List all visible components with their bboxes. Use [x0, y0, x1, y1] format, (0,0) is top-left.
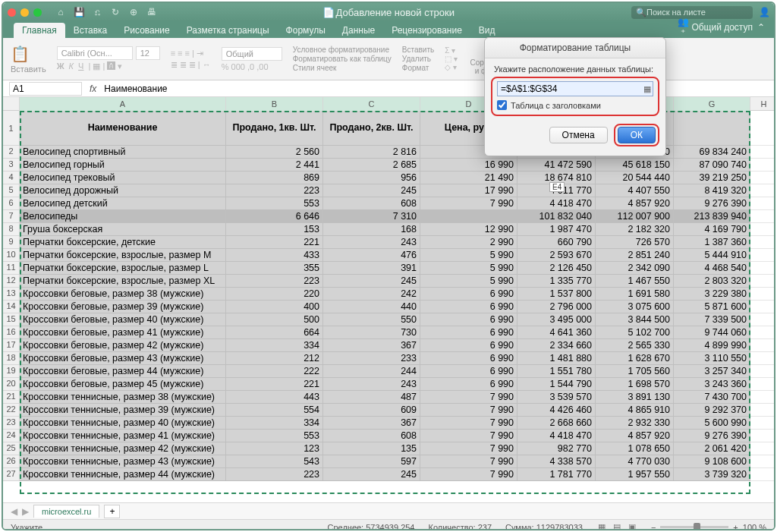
share-button[interactable]: 👥⁺Общий доступ⌃	[678, 17, 774, 38]
format-as-table-dialog: Форматирование таблицы Укажите расположе…	[484, 37, 666, 156]
status-mode: Укажите	[11, 523, 42, 531]
range-input[interactable]: =$A$1:$G$34▦	[497, 81, 653, 96]
zoom-slider[interactable]: −+100 %	[651, 523, 766, 531]
dialog-instruction: Укажите расположение данных таблицы:	[485, 58, 665, 77]
qat[interactable]: ⌂💾⎌↻⊕🖶	[55, 7, 157, 17]
numfmt-combo[interactable]: Общий	[222, 47, 282, 61]
font-combo[interactable]: Calibri (Осн...	[57, 46, 133, 60]
ribbon-tabs: Главная Вставка Рисование Разметка стран…	[3, 21, 774, 38]
cell-ref-tag: E4	[549, 182, 565, 192]
fx-icon[interactable]: fx	[90, 83, 96, 94]
cancel-button[interactable]: Отмена	[549, 127, 608, 143]
tab-formulas[interactable]: Формулы	[278, 23, 334, 38]
add-sheet-button[interactable]: +	[104, 505, 120, 518]
paste-group: 📋Вставить	[11, 45, 46, 74]
sheet-tabs: ◀▶ microexcel.ru +	[3, 502, 774, 519]
sheet-tab[interactable]: microexcel.ru	[33, 505, 99, 518]
headers-checkbox[interactable]: Таблица с заголовками	[497, 100, 653, 110]
titlebar: ⌂💾⎌↻⊕🖶 📄 Добавление новой строки 🔍Поиск …	[3, 3, 774, 21]
doc-icon: 📄	[322, 7, 333, 18]
name-box[interactable]	[9, 82, 82, 96]
tab-view[interactable]: Вид	[470, 23, 504, 38]
tab-insert[interactable]: Вставка	[65, 23, 116, 38]
tab-data[interactable]: Данные	[334, 23, 383, 38]
sheet-grid[interactable]: 1НаименованиеПродано, 1кв. Шт.Продано, 2…	[3, 111, 774, 502]
tab-review[interactable]: Рецензирование	[383, 23, 470, 38]
formula-text[interactable]: Наименование	[104, 83, 167, 94]
share-icon: 👥⁺	[678, 17, 688, 38]
ok-button[interactable]: ОК	[618, 127, 656, 143]
tab-draw[interactable]: Рисование	[115, 23, 178, 38]
status-bar: Укажите Среднее: 5734939,254 Количество:…	[3, 519, 774, 530]
range-picker-icon: ▦	[643, 84, 651, 94]
home-icon: ⌂	[55, 7, 66, 17]
tab-layout[interactable]: Разметка страницы	[178, 23, 278, 38]
user-icon[interactable]: 👤	[759, 7, 769, 17]
window-controls[interactable]	[8, 8, 42, 17]
window-title: Добавление новой строки	[336, 7, 455, 18]
tab-home[interactable]: Главная	[14, 23, 65, 38]
search-icon: 🔍	[636, 8, 646, 17]
size-combo[interactable]: 12	[136, 46, 160, 60]
dialog-title: Форматирование таблицы	[485, 38, 665, 58]
save-icon: 💾	[74, 7, 84, 17]
